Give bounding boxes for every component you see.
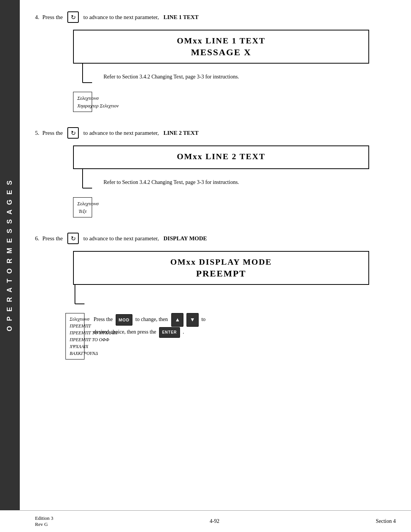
rotate-icon-5: ↻ [67, 127, 79, 139]
refer-text-5: Refer to Section 3.4.2 Changing Text, pa… [104, 178, 239, 187]
step-6-prefix: Press the [42, 235, 63, 242]
up-arrow-key: ▲ [171, 313, 183, 327]
refer-text-4: Refer to Section 3.4.2 Changing Text, pa… [104, 73, 239, 81]
step-4-param: LINE 1 TEXT [163, 14, 198, 21]
footer: Edition 3 Rev G 4-92 Section 4 [20, 510, 411, 532]
display-title-6: OMxx DISPLAY MODE [83, 257, 359, 267]
main-content: 4. Press the ↻ to advance to the next pa… [20, 0, 411, 510]
selection-line3-6: ΠΡΕΕΜΠΤ ΤΟ ΧΨΧΛΑΙΧ [70, 329, 80, 336]
sidebar: O P E R A T O R M E S S A G E S [0, 0, 20, 510]
rotate-icon-4: ↻ [67, 11, 79, 23]
display-box-5: OMxx LINE 2 TEXT [73, 145, 369, 169]
footer-edition: Edition 3 [35, 515, 53, 521]
step-5-line: 5. Press the ↻ to advance to the next pa… [35, 127, 392, 139]
selection-line4-6: ΠΡΕΕΜΠΤ ΤΟ ΟΦΦ [70, 336, 80, 343]
enter-key: ENTER [159, 327, 180, 338]
sidebar-label: O P E R A T O R M E S S A G E S [5, 179, 14, 331]
display-box-6: OMxx DISPLAY MODE PREEMPT [73, 251, 369, 285]
selection-box-5: Σελεχτιονσ Τεξτ [73, 197, 92, 217]
footer-left: Edition 3 Rev G [35, 515, 53, 527]
selection-label-5: Σελεχτιονσ [77, 200, 88, 208]
footer-section: Section 4 [376, 518, 396, 524]
step-6-param: DISPLAY MODE [163, 235, 207, 242]
step-6-line: 6. Press the ↻ to advance to the next pa… [35, 233, 392, 244]
to-word: to [201, 316, 206, 322]
rotate-icon-6: ↻ [67, 233, 79, 244]
period: . [183, 329, 184, 335]
step-6-suffix: to advance to the next parameter, [83, 235, 159, 242]
step-4: 4. Press the ↻ to advance to the next pa… [35, 11, 392, 112]
press-mod-text: Press the [94, 316, 113, 322]
selection-line5-6: ΧΨΧΛΑΙΧ [70, 343, 80, 350]
step-6: 6. Press the ↻ to advance to the next pa… [35, 233, 392, 359]
mod-key: MOD [116, 314, 133, 326]
step-4-suffix: to advance to the next parameter, [83, 14, 159, 21]
selection-label-6: Σελεχτιονσ [70, 316, 80, 323]
mod-instructions: Press the MOD to change, then ▲ ▼ to des… [94, 313, 392, 338]
step-4-number: 4. [35, 14, 39, 21]
display-box-4: OMxx LINE 1 TEXT MESSAGE X [73, 30, 369, 64]
connector-svg-5 [73, 169, 92, 196]
selection-line6-6: ΒΑΧΚΓΡΟΥΝΔ [70, 350, 80, 357]
selection-box-6: Σελεχτιονσ ΠΡΕΕΜΠΤ ΠΡΕΕΜΠΤ ΤΟ ΧΨΧΛΑΙΧ ΠΡ… [65, 313, 84, 359]
footer-rev: Rev G [35, 521, 53, 527]
display-subtitle-6: PREEMPT [83, 268, 359, 279]
display-title-4: OMxx LINE 1 TEXT [83, 36, 359, 46]
selection-line2-6: ΠΡΕΕΜΠΤ [70, 323, 80, 329]
selection-label-4: Σελεχτιονσ [77, 94, 88, 102]
display-title-5: OMxx LINE 2 TEXT [83, 152, 359, 161]
step-5-suffix: to advance to the next parameter, [83, 130, 159, 136]
step-5-param: LINE 2 TEXT [163, 130, 198, 136]
to-change-text: to change, then [135, 316, 168, 322]
display-subtitle-4: MESSAGE X [83, 47, 359, 58]
selection-line2-4: Χηαραχτερ Σελεχτιον [77, 102, 88, 110]
step-4-line: 4. Press the ↻ to advance to the next pa… [35, 11, 392, 23]
connector-svg-4 [73, 64, 92, 90]
connector-svg-6 [65, 285, 84, 312]
selection-line2-5: Τεξτ [77, 208, 88, 215]
footer-page: 4-92 [210, 518, 220, 524]
down-arrow-key: ▼ [186, 313, 199, 327]
step-5-number: 5. [35, 130, 39, 136]
step-4-prefix: Press the [42, 14, 63, 21]
selection-box-4: Σελεχτιονσ Χηαραχτερ Σελεχτιον [73, 92, 92, 112]
step-6-number: 6. [35, 235, 39, 242]
step-5: 5. Press the ↻ to advance to the next pa… [35, 127, 392, 217]
step-5-prefix: Press the [42, 130, 63, 136]
